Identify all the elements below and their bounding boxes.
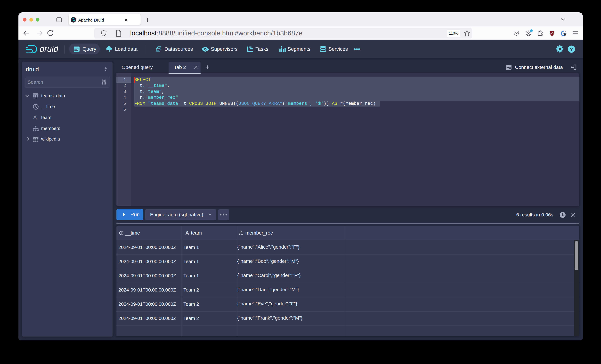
svg-text:uO: uO (550, 32, 553, 34)
